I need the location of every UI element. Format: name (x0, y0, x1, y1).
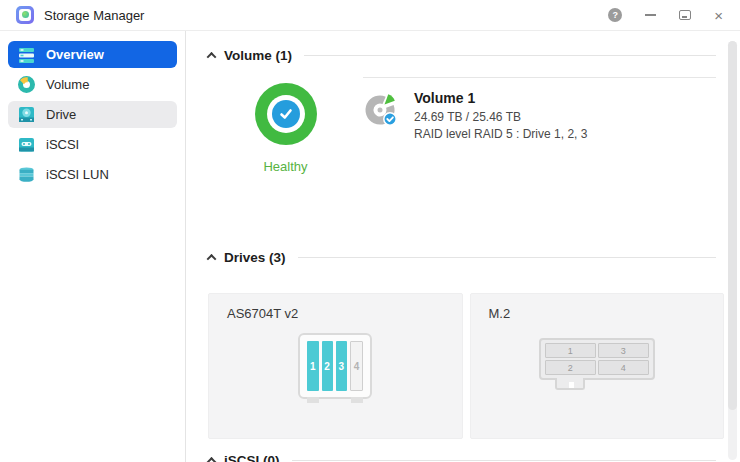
maximize-icon[interactable] (679, 10, 691, 20)
drive-bay-4[interactable]: 4 (350, 341, 363, 391)
volume-icon (17, 75, 36, 94)
sidebar-item-label: iSCSI (46, 137, 79, 152)
check-icon (272, 100, 300, 128)
m2-enclosure-graphic: 1 2 3 4 (539, 338, 655, 380)
m2-drive-card[interactable]: M.2 1 2 3 4 (470, 293, 725, 439)
volume-section-header: Volume (1) (208, 47, 740, 63)
sidebar-item-overview[interactable]: Overview (8, 41, 177, 68)
iscsi-icon (17, 135, 36, 154)
sidebar-item-iscsi-lun[interactable]: iSCSI LUN (8, 161, 177, 188)
volume-usage-pie-icon (363, 90, 401, 128)
scrollbar-thumb[interactable] (728, 41, 737, 410)
iscsi-section-title: iSCSI (0) (224, 453, 280, 462)
chevron-up-icon[interactable] (207, 51, 217, 61)
minimize-icon[interactable] (645, 14, 656, 16)
sidebar-item-label: Overview (46, 47, 104, 62)
chevron-up-icon[interactable] (207, 456, 217, 462)
volume-name: Volume 1 (414, 90, 587, 106)
section-divider (292, 460, 716, 461)
close-icon[interactable]: × (714, 8, 723, 23)
section-divider (304, 55, 716, 56)
window-controls: ? × (608, 8, 723, 23)
nas-card-title: AS6704T v2 (227, 306, 444, 321)
iscsi-lun-icon (17, 165, 36, 184)
iscsi-section-header: iSCSI (0) (208, 452, 740, 462)
sidebar-item-volume[interactable]: Volume (8, 71, 177, 98)
health-status-label: Healthy (263, 159, 307, 174)
section-divider (298, 257, 716, 258)
health-status-circle (255, 83, 317, 145)
sidebar-item-iscsi[interactable]: iSCSI (8, 131, 177, 158)
overview-icon (17, 45, 36, 64)
volume-capacity: 24.69 TB / 25.46 TB (414, 110, 587, 124)
content-area: Volume (1) Healthy (186, 31, 740, 462)
titlebar: Storage Manager ? × (0, 0, 740, 31)
drives-section-header: Drives (3) (208, 249, 740, 265)
sidebar-item-drive[interactable]: Drive (8, 101, 177, 128)
m2-slot-4[interactable]: 4 (598, 360, 649, 375)
drive-cards: AS6704T v2 1 2 3 4 M.2 1 2 3 (208, 293, 724, 439)
nas-drive-card[interactable]: AS6704T v2 1 2 3 4 (208, 293, 463, 439)
sidebar-item-label: Volume (46, 77, 89, 92)
drives-section-title: Drives (3) (224, 250, 286, 265)
app-title: Storage Manager (44, 8, 144, 23)
drive-icon (17, 105, 36, 124)
m2-connector-tab (555, 378, 585, 390)
m2-slot-2[interactable]: 2 (545, 360, 596, 375)
volume-section-title: Volume (1) (224, 48, 292, 63)
nas-enclosure-graphic: 1 2 3 4 (298, 333, 372, 399)
chevron-up-icon[interactable] (207, 253, 217, 263)
volume-section-body: Healthy Volume 1 24.69 TB / 25.46 TB RAI… (208, 63, 740, 249)
storage-manager-app-icon (16, 6, 34, 24)
sidebar-item-label: iSCSI LUN (46, 167, 109, 182)
m2-slot-3[interactable]: 3 (598, 343, 649, 358)
volume-raid-info: RAID level RAID 5 : Drive 1, 2, 3 (414, 127, 587, 141)
help-icon[interactable]: ? (608, 8, 622, 22)
drive-bay-1[interactable]: 1 (307, 341, 318, 391)
drive-bay-2[interactable]: 2 (322, 341, 333, 391)
vertical-scrollbar[interactable] (728, 41, 737, 460)
health-status-widget: Healthy (208, 63, 363, 249)
m2-card-title: M.2 (489, 306, 706, 321)
volume-list-item[interactable]: Volume 1 24.69 TB / 25.46 TB RAID level … (363, 77, 716, 141)
sidebar-item-label: Drive (46, 107, 76, 122)
drive-bay-3[interactable]: 3 (336, 341, 347, 391)
sidebar: Overview Volume Drive (0, 31, 186, 462)
m2-slot-1[interactable]: 1 (545, 343, 596, 358)
